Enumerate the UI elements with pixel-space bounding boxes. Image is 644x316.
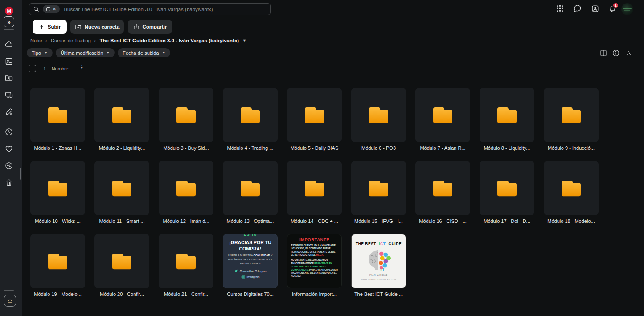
cover-url: WWW.CURSOSDIGITALES.COM [352,279,406,281]
sort-ascending-icon[interactable]: ↑ [43,66,46,71]
upgrade-button[interactable] [4,295,16,307]
clock-icon [4,127,13,136]
sidebar-item-recents[interactable] [4,127,13,136]
sidebar-expand-button[interactable]: » [4,16,14,27]
breadcrumb-item-nube[interactable]: Nube [30,38,42,43]
folder-card[interactable] [544,88,599,142]
grid-item[interactable]: ES 70 ¡GRACIAS POR TU COMPRA! ÚNETE A NU… [223,234,278,297]
folder-card[interactable] [159,234,213,288]
filter-type[interactable]: Tipo▼ [27,48,53,57]
folder-card[interactable] [223,88,278,142]
brain-graphic [366,250,392,272]
grid-item-label: Módulo 11 - Smart ... [94,218,149,224]
folder-icon [432,106,454,124]
grid-item[interactable]: IMPORTANTE Estimado cliente: en la mayor… [287,234,342,297]
grid-item[interactable]: Módulo 12 - Imán d... [159,161,213,224]
folder-card[interactable] [544,161,599,215]
apps-grid-button[interactable] [556,4,565,13]
thumbnail-importante[interactable]: IMPORTANTE Estimado cliente: en la mayor… [287,234,342,288]
sidebar-item-cloud-drive[interactable] [4,40,13,49]
info-button[interactable] [612,49,620,57]
folder-icon [432,179,454,197]
folder-card[interactable] [415,161,470,215]
grid-item[interactable]: Módulo 14 - CDC + ... [287,161,342,224]
grid-item[interactable]: Módulo 3 - Buy Sid... [159,88,213,151]
grid-item-label: Módulo 17 - Dol - D... [480,218,534,224]
search-input[interactable] [64,7,267,12]
share-button[interactable]: Compartir [128,20,172,34]
sidebar-item-devices[interactable] [4,90,13,99]
grid-item[interactable]: Módulo 10 - Wicks ... [30,161,85,224]
folder-card[interactable] [480,88,534,142]
filter-upload-date[interactable]: Fecha de subida▼ [118,48,170,57]
folder-card[interactable] [223,161,278,215]
grid-item[interactable]: Módulo 6 - PO3 [351,88,406,151]
info-icon [612,49,620,57]
breadcrumb-item-cursos[interactable]: Cursos de Trading [51,38,91,43]
grid-item[interactable]: Módulo 1 - Zonas H... [30,88,85,151]
folder-card[interactable] [94,161,149,215]
grid-item[interactable]: THE BEST ICT GUIDE IVÁN VARGAS WWW.C [351,234,406,297]
sidebar-scrollbar[interactable] [20,168,21,180]
sidebar-item-pen[interactable] [4,107,13,116]
sidebar-item-transfers[interactable] [4,161,13,170]
grid-item[interactable]: Módulo 8 - Liquidity... [480,88,534,151]
user-avatar[interactable] [621,3,633,15]
grid-item[interactable]: Módulo 16 - CISD - ... [415,161,470,224]
sidebar-item-rubbish-bin[interactable] [4,178,13,187]
grid-item-label: Módulo 9 - Inducció... [544,145,599,151]
new-folder-button[interactable]: Nueva carpeta [70,20,124,34]
folder-card[interactable] [30,88,85,142]
sidebar-item-favourites[interactable] [4,144,13,153]
select-all-checkbox[interactable] [29,65,36,72]
grid-item-label: Módulo 14 - CDC + ... [287,218,342,224]
folder-card[interactable] [159,88,213,142]
grid-item[interactable]: Módulo 20 - Confir... [94,234,149,297]
upload-button[interactable]: Subir [33,20,67,34]
folder-card[interactable] [287,161,342,215]
search-bar[interactable]: ✕ [29,3,271,15]
chat-button[interactable] [573,4,582,12]
grid-item[interactable]: Módulo 15 - IFVG - I... [351,161,406,224]
grid-view-button[interactable] [599,49,607,57]
grid-item[interactable]: Módulo 13 - Optima... [223,161,278,224]
grid-item[interactable]: Módulo 4 - Trading ... [223,88,278,151]
folder-card[interactable] [159,161,213,215]
filter-last-modified[interactable]: Última modificación▼ [56,48,115,57]
grid-item[interactable]: Módulo 2 - Liquidity... [94,88,149,151]
grid-item[interactable]: Módulo 21 - Confir... [159,234,213,297]
breadcrumb: Nube › Cursos de Trading › The Best ICT … [30,37,246,44]
folder-card[interactable] [287,88,342,142]
grid-item[interactable]: Módulo 19 - Modelo... [30,234,85,297]
search-scope-chip[interactable]: ✕ [43,5,60,13]
grid-item[interactable]: Módulo 17 - Dol - D... [480,161,534,224]
folder-card[interactable] [351,88,406,142]
folder-card[interactable] [415,88,470,142]
telegram-icon [234,269,238,273]
grid-item[interactable]: Módulo 11 - Smart ... [94,161,149,224]
folder-card[interactable] [30,161,85,215]
column-header-name[interactable]: Nombre [52,66,68,71]
folder-card[interactable] [351,161,406,215]
sidebar-item-shared[interactable] [4,74,13,82]
thumbnail-guide-cover[interactable]: THE BEST ICT GUIDE IVÁN VARGAS WWW.C [351,234,406,288]
mega-logo-icon[interactable]: M [5,7,13,15]
sidebar-item-photos[interactable] [4,57,13,66]
contacts-button[interactable] [591,4,600,13]
grid-item[interactable]: Módulo 9 - Inducció... [544,88,599,151]
folder-card[interactable] [94,88,149,142]
folder-card[interactable] [480,161,534,215]
breadcrumb-chevron-down-icon[interactable]: ▼ [242,38,246,43]
grid-item[interactable]: Módulo 7 - Asian R... [415,88,470,151]
thumbnail-gracias[interactable]: ES 70 ¡GRACIAS POR TU COMPRA! ÚNETE A NU… [223,234,278,288]
telegram-link-label: Comunidad Telegram [240,270,267,273]
clear-scope-icon[interactable]: ✕ [53,7,56,12]
thumb-paragraph-2: No obstante, recomendamos encarecidament… [291,259,338,278]
folder-card[interactable] [30,234,85,288]
grid-item[interactable]: Módulo 18 - Modelo... [544,161,599,224]
folder-icon [111,106,133,124]
grid-item[interactable]: Módulo 5 - Daily BIAS [287,88,342,151]
folder-card[interactable] [94,234,149,288]
sort-toggle-icon[interactable]: ▲▼ [80,64,83,70]
collapse-button[interactable] [625,49,633,57]
